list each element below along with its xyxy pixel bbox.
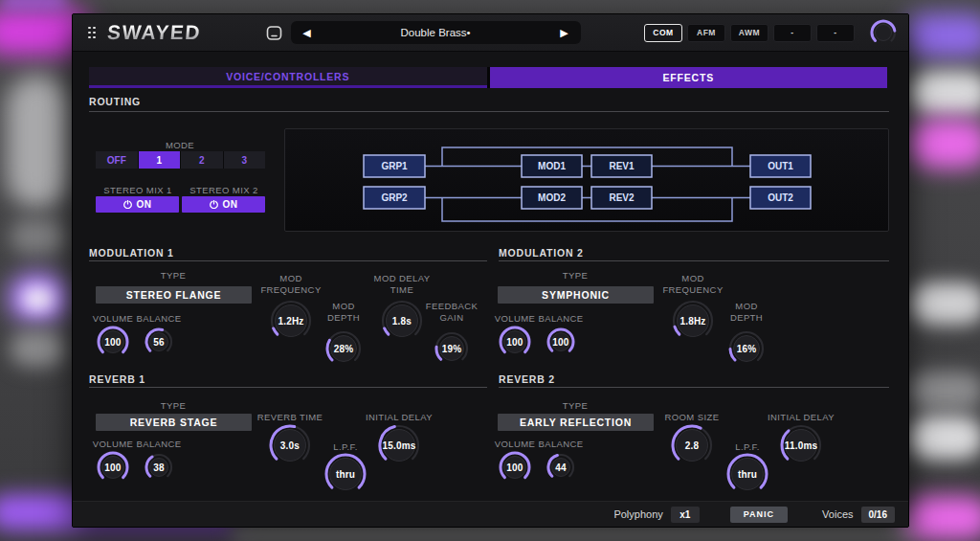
stereo-mix-2-toggle[interactable]: ON: [182, 196, 265, 213]
knob-value: 1.8Hz: [672, 300, 714, 342]
mod1-depth-knob[interactable]: 28%: [325, 330, 362, 367]
svg-text:GRP2: GRP2: [381, 192, 408, 203]
knob-value: 100: [97, 451, 129, 484]
mod2-balance-label: BALANCE: [532, 313, 590, 325]
plugin-window: SWAYED ◀ Double Brass• ▶ COM AFM AWM - -…: [72, 13, 909, 528]
mode-off-button[interactable]: OFF: [96, 151, 139, 169]
rev2-balance-label: BALANCE: [532, 439, 590, 450]
rev1-initdelay-knob[interactable]: 15.0ms: [378, 424, 420, 466]
rev1-time-label: REVERB TIME: [242, 412, 338, 423]
stereo-mix-2-label: STEREO MIX 2: [176, 185, 272, 196]
rev2-balance-knob[interactable]: 44: [546, 453, 575, 482]
knob-value: 56: [145, 327, 173, 356]
knob-value: 1.2Hz: [270, 300, 312, 342]
mod2-freq-knob[interactable]: 1.8Hz: [672, 300, 714, 342]
knob-value: 11.0ms: [780, 424, 822, 466]
mod1-balance-knob[interactable]: 56: [145, 327, 173, 356]
knob-value: 38: [145, 453, 173, 482]
routing-node-out2[interactable]: OUT2: [750, 187, 811, 209]
mode-switch: OFF 1 2 3: [96, 151, 265, 169]
rev1-volume-knob[interactable]: 100: [97, 451, 129, 484]
mod1-type-select[interactable]: STEREO FLANGE: [96, 286, 252, 304]
routing-diagram: GRP1 GRP2 MOD1 MOD2: [285, 129, 888, 231]
stereo-mix-1-toggle[interactable]: ON: [96, 196, 179, 213]
knob-value: 3.0s: [269, 424, 311, 466]
mod1-feedback-knob[interactable]: 19%: [434, 331, 469, 366]
mod1-freq-knob[interactable]: 1.2Hz: [270, 300, 312, 342]
mod2-depth-knob[interactable]: 16%: [728, 330, 765, 367]
mod2-section-title: MODULATION 2: [499, 247, 584, 259]
mod1-feedback-label: FEEDBACK GAIN: [420, 301, 483, 324]
rev2-volume-knob[interactable]: 100: [499, 451, 531, 484]
rev2-lpf-label: L.P.F.: [724, 441, 771, 453]
knob-value: 1.8s: [381, 300, 423, 342]
rev1-balance-knob[interactable]: 38: [145, 453, 173, 482]
divider: [499, 260, 889, 261]
stereo-mix-2-state: ON: [223, 199, 238, 210]
rev1-type-label: TYPE: [135, 400, 212, 412]
divider: [89, 260, 487, 261]
knob-value: 100: [499, 451, 531, 484]
voices-label: Voices: [822, 508, 853, 520]
mod2-type-label: TYPE: [537, 270, 613, 282]
knob-value: 19%: [434, 331, 469, 366]
mode-1-button[interactable]: 1: [139, 151, 182, 169]
mod1-balance-label: BALANCE: [130, 313, 188, 325]
svg-text:GRP1: GRP1: [381, 161, 408, 171]
svg-text:OUT1: OUT1: [768, 161, 793, 171]
svg-text:MOD1: MOD1: [538, 161, 566, 171]
rev1-time-knob[interactable]: 3.0s: [269, 424, 311, 466]
rev1-lpf-knob[interactable]: thru: [324, 453, 367, 495]
rev1-initdelay-label: INITIAL DELAY: [351, 412, 447, 423]
power-icon: [123, 200, 132, 209]
knob-value: 44: [546, 453, 575, 482]
mod1-freq-label: MOD FREQUENCY: [256, 273, 325, 296]
knob-value: 100: [499, 326, 531, 358]
mode-2-button[interactable]: 2: [181, 151, 224, 169]
mod1-depth-label: MOD DEPTH: [323, 301, 365, 324]
routing-node-grp1[interactable]: GRP1: [364, 155, 425, 177]
routing-node-rev2[interactable]: REV2: [591, 187, 652, 209]
polyphony-value-button[interactable]: x1: [671, 507, 700, 523]
voices-count[interactable]: 0/16: [861, 507, 895, 523]
rev1-type-select[interactable]: REVERB STAGE: [96, 414, 252, 431]
divider: [499, 387, 889, 388]
routing-node-mod2[interactable]: MOD2: [522, 187, 582, 209]
routing-section-title: ROUTING: [89, 96, 141, 107]
svg-text:MOD2: MOD2: [538, 192, 566, 203]
knob-value: 15.0ms: [378, 424, 420, 466]
rev2-initdelay-label: INITIAL DELAY: [753, 412, 849, 423]
routing-node-rev1[interactable]: REV1: [591, 155, 652, 177]
mod1-delay-knob[interactable]: 1.8s: [381, 300, 423, 342]
power-icon: [210, 200, 218, 209]
routing-node-out1[interactable]: OUT1: [750, 155, 811, 177]
mode-3-button[interactable]: 3: [224, 151, 266, 169]
mod2-depth-label: MOD DEPTH: [725, 301, 768, 324]
knob-value: thru: [726, 453, 768, 495]
svg-text:REV1: REV1: [609, 161, 635, 171]
knob-value: 100: [97, 326, 129, 358]
routing-node-grp2[interactable]: GRP2: [364, 187, 425, 209]
mod2-volume-knob[interactable]: 100: [499, 326, 531, 358]
rev1-lpf-label: L.P.F.: [322, 441, 369, 453]
knob-value: 28%: [325, 330, 362, 367]
svg-text:OUT2: OUT2: [768, 192, 793, 203]
rev2-lpf-knob[interactable]: thru: [726, 453, 768, 495]
mod2-balance-knob[interactable]: 100: [546, 327, 575, 356]
mode-label: MODE: [142, 140, 218, 151]
rev2-type-select[interactable]: EARLY REFLECTION: [498, 414, 654, 431]
footer-bar: Polyphony x1 PANIC Voices 0/16: [73, 501, 908, 527]
divider: [89, 387, 487, 388]
routing-node-mod1[interactable]: MOD1: [522, 155, 582, 177]
mod2-type-select[interactable]: SYMPHONIC: [498, 286, 654, 304]
mod1-volume-knob[interactable]: 100: [97, 326, 129, 358]
rev2-initdelay-knob[interactable]: 11.0ms: [780, 424, 822, 466]
rev2-room-knob[interactable]: 2.8: [671, 424, 713, 466]
panic-button[interactable]: PANIC: [730, 507, 788, 523]
divider: [89, 111, 889, 112]
knob-value: 2.8: [671, 424, 713, 466]
routing-diagram-panel: GRP1 GRP2 MOD1 MOD2: [284, 128, 889, 232]
rev2-room-label: ROOM SIZE: [644, 412, 740, 423]
rev2-section-title: REVERB 2: [499, 373, 555, 385]
polyphony-label: Polyphony: [613, 508, 662, 520]
